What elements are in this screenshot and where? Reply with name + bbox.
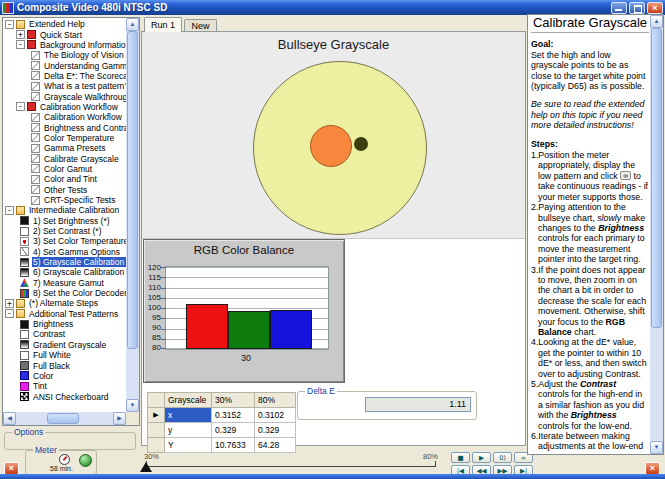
tree-item-label: 5) Grayscale Calibration - 2p (32, 257, 126, 267)
pattern-slider-thumb[interactable] (140, 462, 152, 472)
tree-item[interactable]: ANSI Checkerboard (3, 391, 126, 401)
tree-expand-toggle[interactable]: - (5, 309, 14, 318)
bullseye-title: Bullseye Grayscale (142, 37, 525, 52)
tree-item[interactable]: Full White (3, 350, 126, 360)
tree-item[interactable]: 3) Set Color Temperature (3, 236, 126, 246)
tree-item[interactable]: 7) Measure Gamut (3, 278, 126, 288)
row-selector[interactable] (148, 438, 165, 453)
tree-item[interactable]: Color Gamut (3, 164, 126, 174)
tree-item[interactable]: -Background Information (3, 40, 126, 50)
gamut-icon (20, 278, 29, 287)
gamma-icon (20, 247, 29, 256)
tree-expand-toggle[interactable]: + (16, 30, 25, 39)
tree-item[interactable]: -Intermediate Calibration (3, 205, 126, 215)
tree-expand-toggle[interactable]: - (16, 40, 25, 49)
tree-item[interactable]: Calibration Workflow (3, 112, 126, 122)
play-button[interactable]: ▶ (472, 452, 491, 463)
value-30-cell[interactable]: 0.3152 (212, 408, 255, 423)
tree-item[interactable]: Brightness and Contrast (3, 122, 126, 132)
close-button[interactable]: × (647, 2, 663, 14)
scroll-down-icon[interactable] (126, 399, 139, 412)
scrollbar-corner (126, 412, 139, 425)
value-30-cell[interactable]: 10.7633 (212, 438, 255, 453)
scroll-down-icon[interactable] (650, 441, 663, 454)
scroll-right-icon[interactable] (113, 412, 126, 425)
delta-e-value-field[interactable]: 1.11 (365, 397, 471, 412)
scroll-up-icon[interactable] (650, 15, 663, 28)
tree-item[interactable]: What is a test pattern? (3, 81, 126, 91)
tree-item[interactable]: Delta E*: The Scorecard (3, 71, 126, 81)
tree-expand-toggle[interactable]: - (5, 20, 14, 29)
tree-expand-toggle[interactable]: + (5, 299, 14, 308)
row-selector[interactable]: ▶ (148, 408, 165, 423)
tree-item-label: ANSI Checkerboard (32, 392, 110, 402)
table-row[interactable]: ▶x0.31520.3102 (148, 408, 296, 423)
stop-button[interactable]: ■ (451, 452, 470, 463)
table-row[interactable]: Y10.763364.28 (148, 438, 296, 453)
scroll-left-icon[interactable] (3, 412, 16, 425)
tree-item-label: Brightness (32, 319, 74, 329)
column-header[interactable]: 80% (255, 393, 296, 408)
tree-item[interactable]: 2) Set Contrast (*) (3, 226, 126, 236)
scroll-up-icon[interactable] (126, 18, 139, 31)
minimize-button[interactable] (611, 2, 627, 14)
step-text: Adjust the (538, 379, 580, 389)
tab-run-1[interactable]: Run 1 (144, 17, 182, 32)
tree-item[interactable]: Other Tests (3, 185, 126, 195)
tree-item[interactable]: Understanding Gamma (3, 60, 126, 70)
tree-item-label: 3) Set Color Temperature (32, 236, 126, 246)
tree-item[interactable]: Brightness (3, 319, 126, 329)
tree-expand-toggle[interactable]: - (5, 206, 14, 215)
tree-item[interactable]: The Biology of Vision (3, 50, 126, 60)
value-80-cell[interactable]: 0.329 (255, 423, 296, 438)
tree-item[interactable]: Contrast (3, 329, 126, 339)
tree-item[interactable]: -Extended Help (3, 19, 126, 29)
grayscale-cell[interactable]: Y (165, 438, 212, 453)
tree-item[interactable]: +(*) Alternate Steps (3, 298, 126, 308)
tree-item[interactable]: Gradient Grayscale (3, 340, 126, 350)
value-80-cell[interactable]: 64.28 (255, 438, 296, 453)
tree-item-label: 7) Measure Gamut (32, 278, 105, 288)
tree-item[interactable]: 1) Set Brightness (*) (3, 216, 126, 226)
row-selector[interactable] (148, 423, 165, 438)
tree-item[interactable]: -Calibration Workflow (3, 102, 126, 112)
tree-item[interactable]: Color and Tint (3, 174, 126, 184)
single-reading-button[interactable]: 0) (493, 452, 512, 463)
tree-item[interactable]: +Quick Start (3, 29, 126, 39)
pattern-slider-track[interactable] (146, 466, 436, 467)
tree-item[interactable]: Full Black (3, 360, 126, 370)
restore-button[interactable] (629, 2, 645, 14)
book-icon (31, 164, 40, 173)
tree-item[interactable]: Calibrate Grayscale (3, 153, 126, 163)
goal-label: Goal: (531, 39, 649, 49)
tree-item[interactable]: -Additional Test Patterns (3, 309, 126, 319)
grayscale-cell[interactable]: y (165, 423, 212, 438)
column-header[interactable]: Grayscale (165, 393, 212, 408)
meter-status-led (79, 454, 92, 467)
tree-item[interactable]: Color Temperature (3, 133, 126, 143)
column-header[interactable]: 30% (212, 393, 255, 408)
y-tick-label: 105 (145, 293, 161, 302)
tree-item[interactable]: 8) Set the Color Decoder (3, 288, 126, 298)
tree-vertical-scrollbar[interactable] (126, 18, 139, 412)
black-square-icon (20, 320, 29, 329)
tree-item[interactable]: CRT-Specific Tests (3, 195, 126, 205)
tree-item[interactable]: 6) Grayscale Calibration - 11p (3, 267, 126, 277)
scrollbar-thumb[interactable] (651, 28, 662, 328)
tree-expand-toggle[interactable]: - (16, 102, 25, 111)
value-30-cell[interactable]: 0.329 (212, 423, 255, 438)
tree-item[interactable]: Grayscale Walkthrough (3, 91, 126, 101)
scrollbar-thumb[interactable] (127, 31, 138, 349)
tree-item[interactable]: Tint (3, 381, 126, 391)
tree-item[interactable]: Gamma Presets (3, 143, 126, 153)
help-scrollbar[interactable] (650, 15, 663, 454)
value-80-cell[interactable]: 0.3102 (255, 408, 296, 423)
tree-item[interactable]: Color (3, 371, 126, 381)
table-row[interactable]: y0.3290.329 (148, 423, 296, 438)
scrollbar-thumb[interactable] (47, 413, 79, 424)
tree-item[interactable]: 5) Grayscale Calibration - 2p (3, 257, 126, 267)
tree-item[interactable]: 4) Set Gamma Options (3, 247, 126, 257)
grayscale-cell[interactable]: x (165, 408, 212, 423)
tree-horizontal-scrollbar[interactable] (3, 412, 126, 425)
rgb-plot (165, 266, 329, 350)
